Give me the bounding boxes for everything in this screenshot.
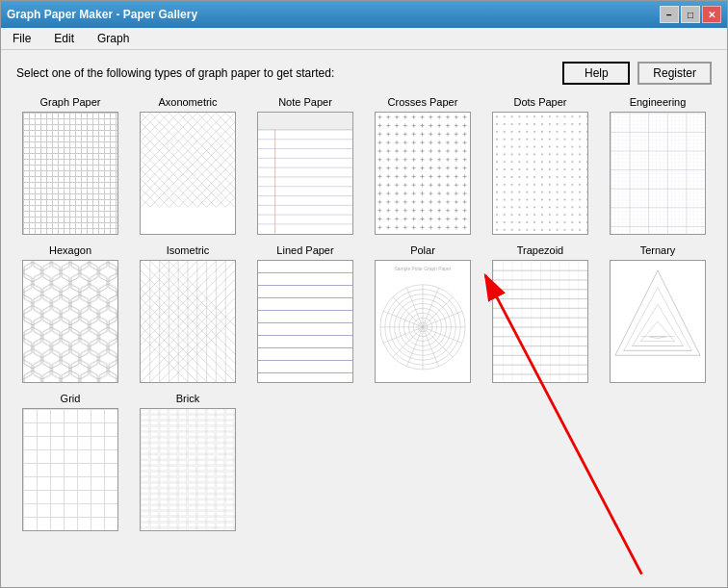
close-button[interactable]: ✕ (702, 6, 721, 23)
paper-thumbnail (140, 112, 236, 235)
paper-thumbnail (22, 112, 118, 235)
list-item[interactable]: Hexagon (16, 244, 124, 383)
paper-thumbnail: Sample Polar Graph Paper (375, 260, 471, 383)
paper-thumbnail (492, 112, 588, 235)
paper-label: Hexagon (49, 244, 91, 256)
list-item[interactable]: Graph Paper (16, 96, 124, 235)
top-row: Select one of the following types of gra… (16, 62, 712, 85)
window-controls: − □ ✕ (660, 6, 721, 23)
paper-label: Ternary (640, 244, 676, 256)
list-item[interactable]: Dots Paper (486, 96, 594, 235)
list-item[interactable]: Lined Paper (251, 244, 359, 383)
content-area: Select one of the following types of gra… (1, 50, 727, 587)
list-item[interactable]: Axonometric (134, 96, 242, 235)
paper-label: Isometric (167, 244, 210, 256)
menu-graph[interactable]: Graph (90, 30, 137, 47)
register-button[interactable]: Register (637, 62, 712, 85)
paper-label: Engineering (630, 96, 687, 108)
paper-thumbnail (610, 260, 706, 383)
menu-edit[interactable]: Edit (46, 30, 82, 47)
paper-thumbnail (22, 408, 118, 531)
svg-rect-56 (376, 113, 470, 233)
window-title: Graph Paper Maker - Paper Gallery (7, 8, 197, 21)
paper-label: Brick (176, 393, 199, 404)
svg-rect-0 (141, 113, 235, 233)
paper-thumbnail (257, 260, 353, 383)
paper-thumbnail (140, 408, 236, 531)
paper-thumbnail (257, 112, 353, 235)
paper-label: Polar (410, 244, 435, 256)
paper-label: Trapezoid (517, 244, 564, 256)
minimize-button[interactable]: − (660, 6, 679, 23)
title-bar: Graph Paper Maker - Paper Gallery − □ ✕ (1, 1, 727, 28)
svg-rect-150 (141, 409, 235, 529)
menu-bar: File Edit Graph (1, 28, 727, 50)
paper-label: Axonometric (158, 96, 217, 108)
paper-label: Grid (61, 393, 81, 404)
paper-thumbnail (22, 260, 118, 383)
svg-rect-59 (493, 113, 587, 233)
list-item[interactable]: Note Paper (251, 96, 359, 235)
svg-text:Sample Polar Graph Paper: Sample Polar Graph Paper (395, 267, 452, 271)
paper-label: Graph Paper (40, 96, 101, 108)
paper-thumbnail (375, 112, 471, 235)
svg-rect-67 (23, 261, 117, 381)
list-item[interactable]: Brick (134, 393, 242, 531)
paper-label: Crosses Paper (388, 96, 458, 108)
instruction-text: Select one of the following types of gra… (16, 66, 334, 80)
main-window: Graph Paper Maker - Paper Gallery − □ ✕ … (0, 0, 728, 588)
paper-label: Lined Paper (276, 244, 333, 256)
list-item[interactable]: Grid (16, 393, 124, 531)
menu-file[interactable]: File (5, 30, 39, 47)
list-item[interactable]: Isometric (134, 244, 242, 383)
gallery-wrapper: Graph Paper Axonometric (16, 96, 712, 575)
svg-rect-39 (258, 113, 352, 233)
paper-thumbnail (492, 260, 588, 383)
top-buttons: Help Register (562, 62, 712, 85)
list-item[interactable]: Ternary (604, 244, 712, 383)
svg-rect-124 (493, 261, 587, 381)
maximize-button[interactable]: □ (681, 6, 700, 23)
paper-gallery: Graph Paper Axonometric (16, 96, 712, 531)
list-item[interactable]: Crosses Paper (369, 96, 477, 235)
list-item[interactable]: Polar Sample Polar Graph Paper (369, 244, 477, 383)
paper-label: Note Paper (278, 96, 332, 108)
paper-label: Dots Paper (513, 96, 566, 108)
list-item[interactable]: Engineering (604, 96, 712, 235)
list-item[interactable]: Trapezoid (486, 244, 594, 383)
help-button[interactable]: Help (562, 62, 630, 85)
svg-rect-62 (611, 113, 705, 233)
svg-rect-40 (258, 113, 352, 130)
paper-thumbnail (140, 260, 236, 383)
paper-thumbnail (610, 112, 706, 235)
